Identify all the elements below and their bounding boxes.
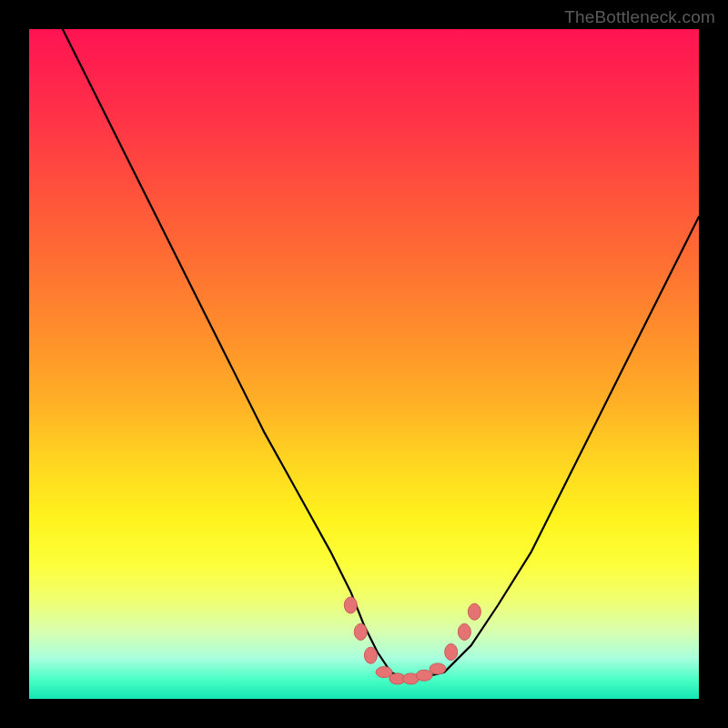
- attribution-label: TheBottleneck.com: [564, 7, 715, 27]
- curve-marker: [430, 663, 446, 674]
- curve-marker: [344, 597, 357, 613]
- curve-marker: [416, 670, 432, 681]
- chart-frame: TheBottleneck.com: [0, 0, 728, 728]
- curve-marker: [458, 623, 470, 640]
- curve-marker: [445, 644, 458, 661]
- curve-marker: [364, 647, 377, 663]
- curve-marker: [354, 623, 367, 640]
- chart-svg: [29, 29, 699, 699]
- plot-area: [29, 29, 699, 699]
- curve-marker: [376, 667, 392, 678]
- bottleneck-curve: [63, 29, 699, 679]
- markers-group: [344, 597, 480, 684]
- curve-marker: [468, 603, 480, 620]
